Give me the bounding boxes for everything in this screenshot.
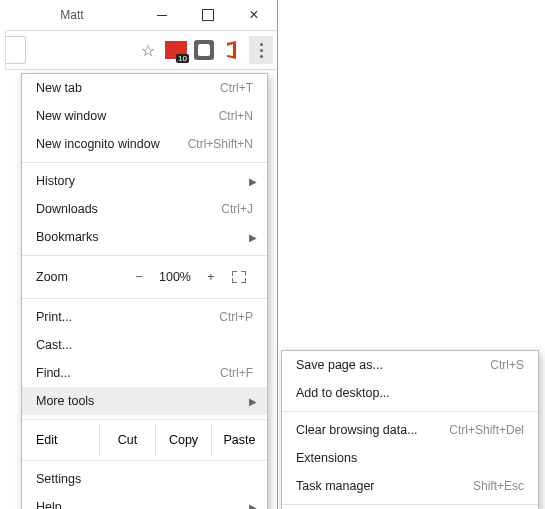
menu-separator (282, 411, 538, 412)
menu-new-tab[interactable]: New tab Ctrl+T (22, 74, 267, 102)
extension-badge: 10 (176, 54, 189, 63)
submenu-save-page-as[interactable]: Save page as... Ctrl+S (282, 351, 538, 379)
extension-2-icon[interactable] (193, 39, 215, 61)
menu-separator (22, 162, 267, 163)
copy-button[interactable]: Copy (156, 424, 212, 456)
more-tools-submenu: Save page as... Ctrl+S Add to desktop...… (281, 350, 539, 509)
zoom-out-button[interactable]: − (125, 270, 153, 284)
menu-more-tools[interactable]: More tools ▶ (22, 387, 267, 415)
chrome-menu-button[interactable] (249, 36, 273, 64)
window-titlebar: Matt × (5, 0, 277, 30)
bookmark-star-icon[interactable]: ☆ (137, 39, 159, 61)
pane-divider (277, 0, 278, 509)
menu-separator (22, 419, 267, 420)
menu-find[interactable]: Find... Ctrl+F (22, 359, 267, 387)
extension-office-icon[interactable] (221, 39, 243, 61)
profile-name: Matt (5, 8, 139, 22)
cut-button[interactable]: Cut (100, 424, 156, 456)
submenu-task-manager[interactable]: Task manager Shift+Esc (282, 472, 538, 500)
submenu-arrow-icon: ▶ (249, 502, 257, 510)
window-minimize-button[interactable] (139, 0, 185, 30)
menu-new-window[interactable]: New window Ctrl+N (22, 102, 267, 130)
omnibox-fragment[interactable] (6, 36, 26, 64)
menu-cast[interactable]: Cast... (22, 331, 267, 359)
edit-label: Edit (22, 424, 100, 456)
menu-print[interactable]: Print... Ctrl+P (22, 303, 267, 331)
fullscreen-button[interactable] (225, 271, 253, 283)
menu-downloads[interactable]: Downloads Ctrl+J (22, 195, 267, 223)
menu-zoom-row: Zoom − 100% + (22, 260, 267, 294)
browser-toolbar: ☆ 10 (5, 30, 277, 70)
paste-button[interactable]: Paste (212, 424, 267, 456)
menu-edit-row: Edit Cut Copy Paste (22, 424, 267, 456)
submenu-arrow-icon: ▶ (249, 396, 257, 407)
zoom-in-button[interactable]: + (197, 270, 225, 284)
extension-lastpass-icon[interactable]: 10 (165, 39, 187, 61)
zoom-label: Zoom (36, 270, 125, 284)
svg-marker-0 (227, 41, 236, 59)
menu-new-incognito[interactable]: New incognito window Ctrl+Shift+N (22, 130, 267, 158)
window-maximize-button[interactable] (185, 0, 231, 30)
chrome-main-menu: New tab Ctrl+T New window Ctrl+N New inc… (21, 73, 268, 509)
submenu-clear-browsing-data[interactable]: Clear browsing data... Ctrl+Shift+Del (282, 416, 538, 444)
submenu-extensions[interactable]: Extensions (282, 444, 538, 472)
menu-separator (22, 460, 267, 461)
submenu-arrow-icon: ▶ (249, 176, 257, 187)
menu-separator (22, 255, 267, 256)
menu-settings[interactable]: Settings (22, 465, 267, 493)
submenu-arrow-icon: ▶ (249, 232, 257, 243)
menu-separator (22, 298, 267, 299)
menu-history[interactable]: History ▶ (22, 167, 267, 195)
menu-help[interactable]: Help ▶ (22, 493, 267, 509)
menu-separator (282, 504, 538, 505)
window-close-button[interactable]: × (231, 0, 277, 30)
zoom-percent: 100% (153, 270, 197, 284)
menu-bookmarks[interactable]: Bookmarks ▶ (22, 223, 267, 251)
submenu-add-to-desktop[interactable]: Add to desktop... (282, 379, 538, 407)
